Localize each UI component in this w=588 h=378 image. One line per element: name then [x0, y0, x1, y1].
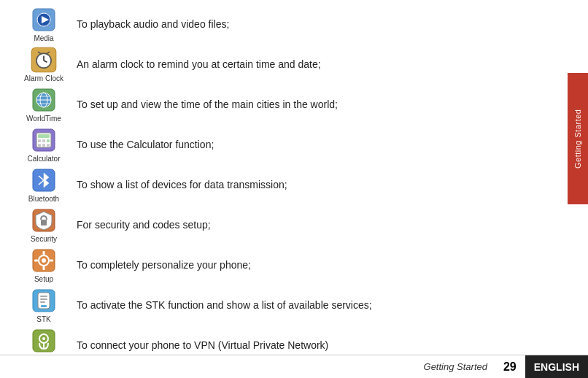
svg-rect-35 — [50, 260, 53, 262]
icon-label-alarm-clock: Alarm Clock — [24, 74, 63, 83]
calculator-icon — [30, 126, 58, 154]
item-text-worldtime: To set up and view the time of the main … — [73, 98, 540, 112]
icon-container-worldtime: WorldTime — [15, 86, 73, 123]
svg-rect-18 — [38, 139, 41, 142]
icon-label-bluetooth: Bluetooth — [28, 195, 59, 204]
icon-container-calculator: Calculator — [15, 126, 73, 163]
icon-label-calculator: Calculator — [27, 155, 60, 163]
vpn-icon — [30, 327, 58, 355]
svg-rect-20 — [47, 139, 50, 142]
menu-item-security: Security For security and codes setup; — [15, 207, 540, 244]
svg-rect-40 — [40, 301, 45, 303]
svg-rect-32 — [43, 251, 45, 255]
svg-rect-23 — [47, 144, 50, 147]
item-text-media: To playback audio and video files; — [73, 18, 540, 32]
main-content: Media To playback audio and video files;… — [0, 0, 554, 378]
setup-icon — [30, 247, 58, 274]
icon-container-stk: STK — [15, 287, 73, 324]
menu-item-media: Media To playback audio and video files; — [15, 6, 540, 43]
item-text-vpn: To connect your phone to VPN (Virtual Pr… — [73, 339, 540, 353]
icon-label-worldtime: WorldTime — [26, 115, 61, 123]
security-icon — [30, 207, 58, 234]
menu-item-bluetooth: Bluetooth To show a list of devices for … — [15, 166, 540, 204]
svg-rect-38 — [40, 296, 47, 297]
stk-icon — [30, 287, 58, 315]
svg-rect-41 — [41, 305, 47, 307]
icon-container-media: Media — [15, 6, 73, 43]
svg-rect-28 — [41, 220, 47, 225]
icon-container-setup: Setup — [15, 247, 73, 284]
icon-label-security: Security — [31, 235, 57, 244]
svg-rect-22 — [42, 144, 45, 147]
footer: Getting Started 29 ENGLISH — [0, 355, 588, 378]
worldtime-icon — [30, 86, 58, 114]
item-text-stk: To activate the STK function and show a … — [73, 298, 540, 313]
alarm-clock-icon — [30, 46, 58, 74]
item-text-bluetooth: To show a list of devices for data trans… — [73, 178, 540, 193]
icon-container-alarm-clock: Alarm Clock — [15, 46, 73, 83]
menu-item-stk: STK To activate the STK function and sho… — [15, 287, 540, 324]
side-tab: Getting Started — [568, 73, 588, 204]
bluetooth-icon — [30, 166, 58, 194]
footer-page-number: 29 — [495, 360, 525, 374]
item-text-calculator: To use the Calculator function; — [73, 138, 540, 153]
icon-container-bluetooth: Bluetooth — [15, 166, 73, 204]
footer-language: ENGLISH — [525, 355, 588, 379]
menu-item-calculator: Calculator To use the Calculator functio… — [15, 126, 540, 163]
icon-label-media: Media — [34, 34, 53, 43]
svg-rect-39 — [40, 298, 47, 300]
svg-rect-19 — [42, 139, 45, 142]
svg-rect-17 — [38, 134, 50, 138]
menu-item-setup: Setup To completely personalize your pho… — [15, 247, 540, 284]
side-tab-label: Getting Started — [573, 109, 582, 169]
menu-item-alarm-clock: Alarm Clock An alarm clock to remind you… — [15, 46, 540, 83]
footer-page-label: Getting Started — [0, 361, 495, 372]
svg-point-44 — [42, 337, 45, 340]
item-text-security: For security and codes setup; — [73, 218, 540, 233]
icon-label-setup: Setup — [34, 275, 53, 284]
svg-rect-21 — [38, 144, 41, 147]
svg-rect-33 — [43, 266, 45, 270]
icon-label-stk: STK — [36, 315, 50, 324]
svg-rect-34 — [34, 260, 38, 262]
icon-container-security: Security — [15, 207, 73, 244]
svg-point-31 — [42, 258, 46, 263]
menu-item-worldtime: WorldTime To set up and view the time of… — [15, 86, 540, 123]
item-text-setup: To completely personalize your phone; — [73, 258, 540, 273]
media-icon — [30, 6, 58, 34]
item-text-alarm-clock: An alarm clock to remind you at certain … — [73, 58, 540, 72]
